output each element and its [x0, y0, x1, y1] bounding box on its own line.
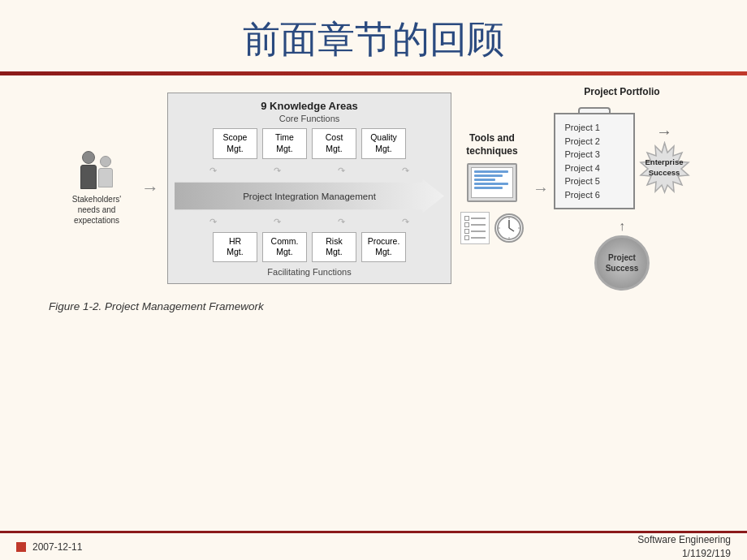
stakeholder-figure-2: [98, 151, 113, 189]
project-5: Project 5: [565, 174, 624, 188]
footer-right-line1: Software Engineering: [637, 534, 731, 545]
red-bar: [0, 71, 747, 75]
enterprise-arrow-section: → EnterpriseSuccess: [638, 123, 691, 194]
stakeholder-figure-1: [80, 151, 97, 189]
screen-line-5: [474, 187, 503, 189]
footer-right-line2: 1/1192/119: [682, 548, 731, 559]
screen-line-2: [474, 174, 503, 177]
portfolio-title: Project Portfolio: [584, 86, 659, 97]
quality-mgt: QualityMgt.: [361, 128, 406, 158]
knowledge-areas-box: 9 Knowledge Areas Core Functions ScopeMg…: [167, 93, 451, 284]
facilitating-functions-row: HRMgt. Comm.Mgt. RiskMgt. Procure.Mgt.: [175, 232, 444, 262]
project-2: Project 2: [565, 135, 624, 149]
project-4: Project 4: [565, 162, 624, 175]
risk-mgt: RiskMgt.: [312, 232, 356, 262]
facilitating-curve-arrows: ↷ ↷ ↷ ↷: [175, 217, 444, 227]
scope-mgt: ScopeMgt.: [213, 128, 257, 158]
comm-mgt: Comm.Mgt.: [262, 232, 307, 262]
tools-to-portfolio-section: →: [533, 179, 549, 198]
integration-label: Project Integration Management: [243, 192, 376, 201]
screen-line-4: [474, 183, 508, 185]
clock-icon: [494, 213, 524, 243]
core-functions-label: Core Functions: [175, 114, 444, 123]
integration-section: Project Integration Management: [175, 179, 444, 213]
tools-box: Tools andtechniques: [460, 132, 525, 243]
tools-monitor: [467, 163, 517, 202]
tools-to-portfolio-arrow: →: [533, 179, 549, 198]
stakeholders-section: Stakeholders' needs and expectations: [60, 151, 133, 226]
fcurve-1: ↷: [209, 217, 217, 227]
portfolio-to-enterprise-arrow: →: [656, 123, 672, 141]
screen-lines: [472, 168, 512, 193]
project-success-up-arrow: ↑: [619, 219, 625, 234]
enterprise-success-label: EnterpriseSuccess: [646, 157, 684, 178]
project-success-section: ↑ Project Success: [594, 219, 650, 291]
footer-red-square: [16, 542, 26, 552]
facilitating-label: Facilitating Functions: [175, 267, 444, 277]
time-mgt: TimeMgt.: [262, 128, 307, 158]
figure-caption: Figure 1-2. Project Management Framework: [49, 300, 723, 312]
footer: 2007-12-11 Software Engineering 1/1192/1…: [0, 531, 747, 560]
procure-mgt: Procure.Mgt.: [361, 232, 406, 262]
page-title: 前面章节的回顾: [243, 19, 504, 60]
diagram-container: Stakeholders' needs and expectations → 9…: [24, 86, 723, 291]
fcurve-3: ↷: [338, 217, 345, 227]
core-curve-arrows: ↷ ↷ ↷ ↷: [175, 166, 444, 176]
portfolio-arrow-row: Project 1 Project 2 Project 3 Project 4 …: [554, 107, 691, 209]
portfolio-box: Project 1 Project 2 Project 3 Project 4 …: [554, 113, 635, 209]
stakeholder-figures: [80, 151, 113, 189]
curve-2: ↷: [274, 166, 281, 176]
curve-1: ↷: [209, 166, 217, 176]
curve-3: ↷: [338, 166, 345, 176]
enterprise-success: EnterpriseSuccess: [638, 141, 691, 194]
stakeholder-to-knowledge-arrow: →: [141, 178, 159, 199]
project-success-badge: Project Success: [594, 235, 650, 291]
checklist-icon: [460, 212, 490, 244]
tools-label: Tools andtechniques: [466, 132, 517, 157]
project-1: Project 1: [565, 121, 624, 135]
stakeholder-label: Stakeholders' needs and expectations: [72, 194, 121, 226]
monitor-screen: [471, 167, 513, 198]
hr-mgt: HRMgt.: [213, 232, 257, 262]
footer-right: Software Engineering 1/1192/119: [637, 533, 731, 560]
project-6: Project 6: [565, 188, 624, 202]
screen-line-1: [474, 170, 508, 173]
portfolio-box-wrapper: Project 1 Project 2 Project 3 Project 4 …: [554, 107, 635, 209]
curve-4: ↷: [402, 166, 409, 176]
footer-left: 2007-12-11: [16, 541, 82, 553]
core-functions-row: ScopeMgt. TimeMgt. CostMgt. QualityMgt.: [175, 128, 444, 158]
project-3: Project 3: [565, 148, 624, 162]
screen-line-3: [474, 179, 495, 181]
main-content: Stakeholders' needs and expectations → 9…: [0, 82, 747, 312]
integration-arrow: Project Integration Management: [175, 179, 444, 213]
fcurve-4: ↷: [402, 217, 409, 227]
footer-date: 2007-12-11: [32, 541, 82, 553]
title-area: 前面章节的回顾: [0, 0, 747, 71]
right-section: Project Portfolio Project 1 Project 2 Pr…: [557, 86, 687, 291]
project-success-label: Project Success: [597, 252, 647, 274]
cost-mgt: CostMgt.: [312, 128, 356, 158]
fcurve-2: ↷: [274, 217, 281, 227]
knowledge-areas-title: 9 Knowledge Areas: [175, 100, 444, 112]
tools-bottom: [460, 212, 524, 244]
